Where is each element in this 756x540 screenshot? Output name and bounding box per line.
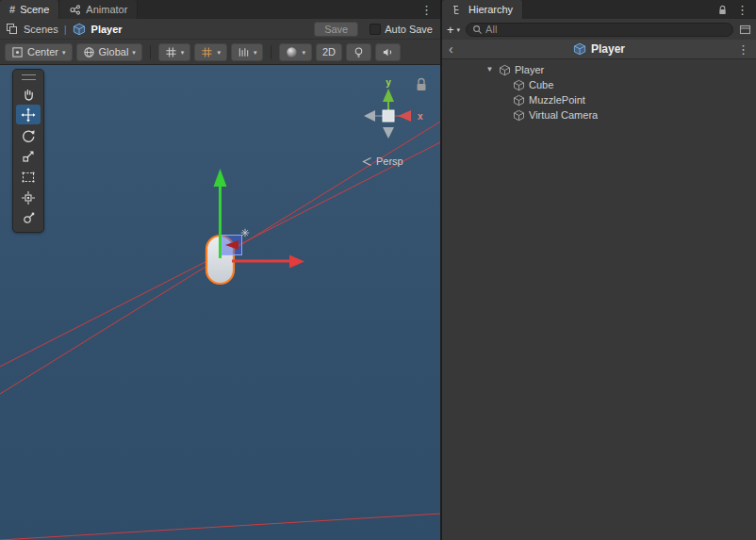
- pane-divider[interactable]: [440, 0, 442, 540]
- rotate-icon: [21, 128, 36, 143]
- orientation-gizmo[interactable]: y x: [343, 73, 437, 146]
- hierarchy-tabstrip: Hierarchy ⋮: [442, 0, 756, 19]
- move-tool-button[interactable]: [16, 105, 41, 124]
- prefab-header-menu-icon[interactable]: ⋮: [737, 43, 749, 56]
- move-gizmo-x-arrow[interactable]: [232, 255, 304, 269]
- plus-icon: +: [447, 24, 454, 36]
- search-icon: [472, 25, 483, 35]
- lock-icon[interactable]: [717, 4, 728, 16]
- breadcrumb-current[interactable]: Player: [91, 24, 123, 35]
- transform-combo-icon: [21, 190, 36, 205]
- hierarchy-search[interactable]: [466, 23, 733, 37]
- shading-mode-dropdown[interactable]: ▾: [279, 43, 312, 61]
- scene-viewport[interactable]: y x: [0, 65, 440, 540]
- scene-pane-menu-icon[interactable]: ⋮: [420, 4, 433, 16]
- gizmo-y-axis[interactable]: [383, 89, 394, 111]
- tab-hierarchy-label: Hierarchy: [468, 4, 513, 15]
- caret-down-icon: ▾: [457, 26, 461, 33]
- prefab-back-button[interactable]: ‹: [449, 42, 453, 56]
- increment-snap-button[interactable]: ▾: [231, 43, 264, 61]
- scene-lighting-toggle[interactable]: [346, 43, 371, 61]
- rotate-tool-button[interactable]: [16, 125, 41, 145]
- animator-icon: [69, 4, 81, 16]
- toolbar-separator: [150, 45, 151, 59]
- prefab-breadcrumb-bar: Scenes | Player Save Auto Save: [0, 19, 440, 40]
- caret-down-icon: ▾: [62, 49, 66, 56]
- caret-down-icon: ▾: [181, 49, 185, 56]
- scene-view-toolbar: Center ▾ Global ▾ ▾ ▾ ▾: [0, 40, 440, 65]
- tree-row-label: Cube: [529, 79, 553, 90]
- detach-window-icon[interactable]: [739, 24, 751, 35]
- tree-row-label: MuzzlePoint: [529, 94, 585, 106]
- move-arrows-icon: [21, 107, 36, 123]
- gameobject-cube-icon: [513, 79, 525, 91]
- light-bulb-icon: [353, 46, 365, 58]
- gizmo-lock-icon[interactable]: [418, 79, 426, 91]
- tree-row-label: Player: [515, 64, 544, 75]
- search-input[interactable]: [485, 24, 727, 35]
- scene-audio-toggle[interactable]: [375, 43, 401, 61]
- pivot-icon: [11, 46, 24, 58]
- gizmo-left-axis[interactable]: [364, 110, 383, 122]
- tab-animator[interactable]: Animator: [59, 0, 138, 19]
- increment-snap-icon: [238, 46, 250, 58]
- custom-tool-button[interactable]: [16, 208, 41, 228]
- 2d-toggle-label: 2D: [322, 46, 336, 57]
- grid-visibility-button[interactable]: ▾: [158, 43, 191, 61]
- rect-tool-button[interactable]: [16, 167, 41, 187]
- tool-palette: [12, 69, 44, 233]
- tree-row-cube[interactable]: Cube: [442, 77, 756, 92]
- tool-palette-handle[interactable]: [22, 74, 36, 80]
- tab-scene-label: Scene: [20, 4, 49, 15]
- tab-hierarchy[interactable]: Hierarchy: [442, 0, 523, 19]
- prefab-cube-icon: [73, 23, 86, 36]
- custom-tool-icon: [21, 211, 36, 226]
- axis-x-label: x: [418, 111, 423, 122]
- gameobject-cube-icon: [513, 109, 525, 122]
- gizmo-x-axis[interactable]: [394, 110, 411, 122]
- scenes-collection-icon: [6, 23, 18, 35]
- handle-orientation-label: Global: [99, 46, 129, 57]
- 2d-view-toggle[interactable]: 2D: [316, 43, 342, 61]
- sparkle-gizmo-icon: [241, 229, 249, 237]
- tree-row-muzzlepoint[interactable]: MuzzlePoint: [442, 92, 756, 107]
- prefab-name: Player: [591, 42, 625, 56]
- tab-scene[interactable]: # Scene: [0, 0, 59, 19]
- breadcrumb-scenes[interactable]: Scenes: [24, 24, 58, 35]
- grid-snapping-button[interactable]: ▾: [194, 43, 227, 61]
- scale-tool-button[interactable]: [16, 146, 41, 166]
- view-tool-button[interactable]: [16, 84, 41, 104]
- hierarchy-pane-menu-icon[interactable]: ⋮: [736, 4, 748, 16]
- globe-icon: [83, 46, 95, 58]
- create-object-button[interactable]: + ▾: [447, 24, 460, 36]
- transform-tool-button[interactable]: [16, 188, 41, 207]
- scale-icon: [21, 149, 36, 164]
- prefab-cube-icon: [573, 42, 586, 56]
- tree-row-label: Virtual Camera: [529, 109, 598, 121]
- auto-save-checkbox[interactable]: [370, 24, 381, 35]
- pivot-mode-dropdown[interactable]: Center ▾: [5, 43, 73, 61]
- speaker-icon: [382, 46, 394, 58]
- axis-y-label: y: [386, 77, 391, 88]
- breadcrumb-separator: |: [64, 24, 67, 35]
- projection-toggle[interactable]: Persp: [362, 155, 403, 167]
- unity-editor-window: # Scene Animator ⋮ Scenes | Player: [0, 0, 756, 540]
- grid-icon: [165, 46, 177, 58]
- gizmo-center-cube[interactable]: [383, 110, 394, 122]
- tree-row-player[interactable]: ▼ Player: [442, 62, 756, 77]
- toolbar-separator: [271, 45, 271, 59]
- prefab-mode-header: ‹ Player ⋮: [442, 40, 756, 59]
- gameobject-cube-icon: [499, 64, 511, 76]
- tree-row-virtual-camera[interactable]: Virtual Camera: [442, 107, 756, 123]
- foldout-icon[interactable]: ▼: [485, 66, 495, 74]
- scene-grid-icon: #: [9, 4, 15, 15]
- hierarchy-tree: ▼ Player Cube MuzzlePoint Virtual Camera: [442, 59, 756, 540]
- hierarchy-pane: Hierarchy ⋮ + ▾ ‹ Player ⋮: [442, 0, 756, 540]
- handle-orientation-dropdown[interactable]: Global ▾: [76, 43, 142, 61]
- hierarchy-toolbar: + ▾: [442, 19, 756, 40]
- rect-tool-icon: [21, 170, 36, 185]
- save-button[interactable]: Save: [314, 22, 358, 37]
- gizmo-down-axis[interactable]: [383, 127, 394, 139]
- caret-down-icon: ▾: [254, 49, 257, 56]
- caret-down-icon: ▾: [217, 49, 221, 56]
